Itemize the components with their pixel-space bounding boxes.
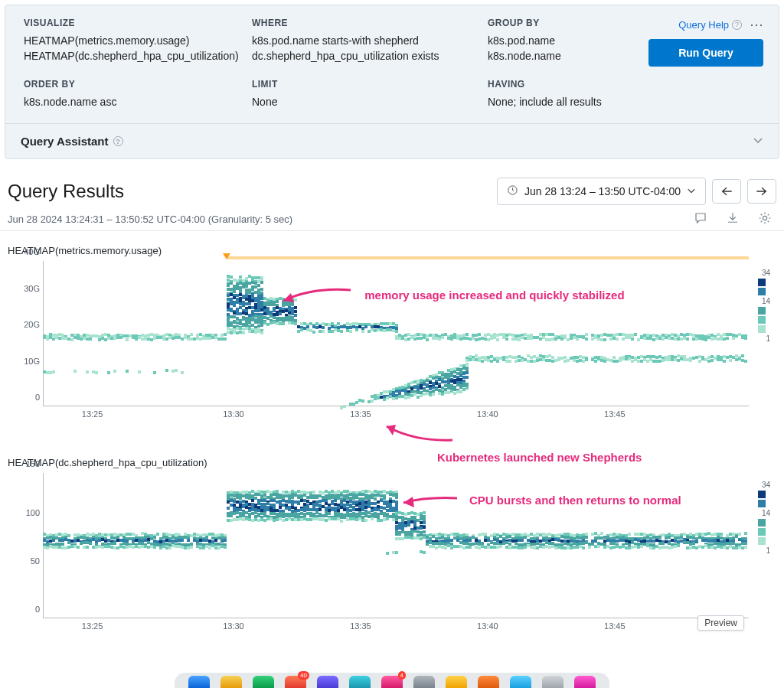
more-menu-icon[interactable]: ⋯ xyxy=(750,18,763,31)
where-clause[interactable]: WHERE k8s.pod.name starts-with shepherd … xyxy=(252,18,482,67)
query-builder-panel: VISUALIZE HEATMAP(metrics.memory.usage) … xyxy=(5,5,779,159)
chart-plot-area[interactable]: 010G20G30G40G 13:2513:3013:3513:4013:45 … xyxy=(43,261,749,422)
visualize-value-0: HEATMAP(metrics.memory.usage) xyxy=(24,33,246,48)
run-query-button[interactable]: Run Query xyxy=(648,39,763,67)
orderby-value: k8s.node.name asc xyxy=(24,94,246,109)
visualize-value-1: HEATMAP(dc.shepherd_hpa_cpu_utilization) xyxy=(24,48,246,64)
help-icon: ? xyxy=(113,136,123,146)
time-range-text: Jun 28 13:24 – 13:50 UTC-04:00 xyxy=(524,185,681,197)
having-clause[interactable]: HAVING None; include all results xyxy=(488,79,642,109)
comment-icon[interactable] xyxy=(694,211,707,227)
limit-label: LIMIT xyxy=(252,79,482,90)
svg-marker-5 xyxy=(387,425,396,435)
query-assistant-label: Query Assistant xyxy=(21,135,109,148)
chart-cpu-utilization: HEATMAP(dc.shepherd_hpa_cpu_utilization)… xyxy=(0,446,784,634)
visualize-label: VISUALIZE xyxy=(24,18,246,28)
heatmap-legend: 34 14 1 xyxy=(752,269,772,343)
orderby-label: ORDER BY xyxy=(24,79,246,90)
where-value-1: dc.shepherd_hpa_cpu_utilization exists xyxy=(252,48,482,64)
orderby-clause[interactable]: ORDER BY k8s.node.name asc xyxy=(24,79,246,109)
help-icon: ? xyxy=(732,20,742,30)
groupby-label: GROUP BY xyxy=(488,18,642,28)
clock-icon xyxy=(507,184,518,198)
time-nav-next-button[interactable] xyxy=(747,179,776,204)
visualize-clause[interactable]: VISUALIZE HEATMAP(metrics.memory.usage) … xyxy=(24,18,246,67)
chart-memory-usage: HEATMAP(metrics.memory.usage) 010G20G30G… xyxy=(0,234,784,422)
chevron-down-icon xyxy=(687,185,696,197)
limit-clause[interactable]: LIMIT None xyxy=(252,79,482,109)
heatmap-legend: 34 14 1 xyxy=(752,481,772,555)
query-assistant-toggle[interactable]: Query Assistant ? xyxy=(5,123,779,158)
preview-chip[interactable]: Preview xyxy=(697,615,744,631)
time-nav-prev-button[interactable] xyxy=(712,179,741,204)
chevron-down-icon xyxy=(753,135,763,148)
query-help-link[interactable]: Query Help ? xyxy=(678,19,742,31)
chart-title: HEATMAP(metrics.memory.usage) xyxy=(8,245,776,256)
having-label: HAVING xyxy=(488,79,642,90)
groupby-value-0: k8s.pod.name xyxy=(488,33,642,48)
svg-point-1 xyxy=(763,217,766,220)
groupby-value-1: k8s.node.name xyxy=(488,48,642,64)
where-label: WHERE xyxy=(252,18,482,28)
gear-icon[interactable] xyxy=(758,211,772,227)
chart-title: HEATMAP(dc.shepherd_hpa_cpu_utilization) xyxy=(8,457,776,468)
chart-plot-area[interactable]: 050100150 13:2513:3013:3513:4013:45 34 1… xyxy=(43,473,749,634)
results-meta-text: Jun 28 2024 13:24:31 – 13:50:52 UTC-04:0… xyxy=(8,214,292,225)
time-marker-bar xyxy=(227,256,749,259)
groupby-clause[interactable]: GROUP BY k8s.pod.name k8s.node.name xyxy=(488,18,642,67)
download-icon[interactable] xyxy=(726,211,740,227)
limit-value: None xyxy=(252,94,482,109)
time-range-picker[interactable]: Jun 28 13:24 – 13:50 UTC-04:00 xyxy=(497,178,706,205)
where-value-0: k8s.pod.name starts-with shepherd xyxy=(252,33,482,48)
results-title: Query Results xyxy=(8,181,124,202)
having-value: None; include all results xyxy=(488,94,642,109)
time-marker-icon xyxy=(223,253,230,259)
